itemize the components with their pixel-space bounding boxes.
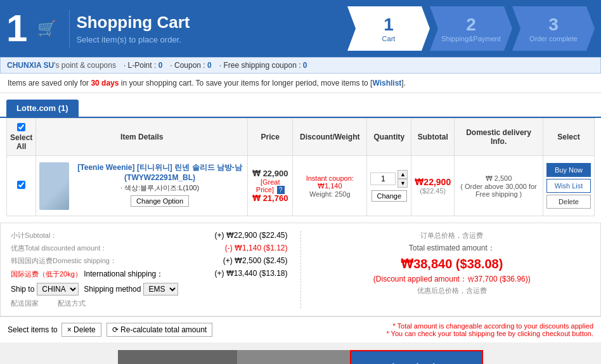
step-2-label: Shipping&Payment (441, 35, 501, 42)
step-2: 2 Shipping&Payment (430, 6, 512, 51)
member-checkout-button[interactable]: Member Checkout » (350, 350, 483, 364)
continue-shopping-button[interactable]: Continue Shopping (118, 350, 237, 364)
checkout-area: Member Checkout » 点击继续 (350, 350, 483, 364)
intl-value: (+) ₩13,440 ($13.18) (214, 269, 287, 280)
item-name: [Teenie Weenie] [티니위니] 린넨 솔리드 남방-남(TWYW2… (75, 162, 244, 182)
ship-method-label: Shipping method (84, 285, 141, 294)
price-discounted: ₩ 21,760 (251, 193, 289, 203)
quantity-up-arrow[interactable]: ▲ (397, 170, 408, 179)
col-price: Price (248, 119, 293, 156)
note-2: * You can check your total shipping fee … (386, 330, 593, 337)
action-bar: Continue Shopping Move to Wish List Memb… (0, 342, 601, 364)
item-price-cell: ₩ 22,900 [Great Price] ? ₩ 21,760 (248, 156, 293, 216)
select-action-cell: Buy Now Wish List Delete (543, 156, 594, 216)
free-shipping-coupon: · Free shipping coupon : 0 (219, 61, 307, 70)
ship-to-cn: 配送国家 (11, 299, 39, 308)
quantity-down-arrow[interactable]: ▼ (397, 179, 408, 188)
col-domestic: Domestic delivery Info. (455, 119, 543, 156)
discount-value: (-) ₩1,140 ($1.12) (225, 244, 288, 253)
delete-button[interactable]: Delete (546, 195, 591, 209)
item-checkbox[interactable] (17, 181, 25, 189)
summary-left: 小计Subtotal： (+) ₩22,900 ($22.45) 优惠Total… (11, 231, 301, 308)
change-option-button[interactable]: Change Option (131, 195, 189, 207)
col-select-action: Select (543, 119, 594, 156)
ship-labels-cn: 配送国家 配送方式 (11, 299, 288, 308)
quantity-control: ▲ ▼ (370, 170, 408, 188)
quantity-arrows: ▲ ▼ (397, 170, 408, 188)
ship-to-label: Ship to (11, 285, 34, 294)
quantity-cell: ▲ ▼ Change (367, 156, 411, 216)
item-image (39, 162, 69, 210)
item-option: · 색상:블루,사이즈:L(100) (75, 183, 244, 193)
subtotal-price: ₩22,900 (415, 177, 451, 187)
price-original: ₩ 22,900 (251, 169, 289, 178)
price-great-label: [Great Price] ? (251, 178, 289, 193)
buy-now-button[interactable]: Buy Now (546, 163, 591, 177)
cart-title-area: Shopping Cart Select item(s) to place or… (70, 13, 196, 44)
tab-lotte[interactable]: Lotte.com (1) (6, 100, 79, 117)
ship-method-select[interactable]: EMS (143, 283, 178, 296)
cart-step-number: 1 (6, 10, 34, 48)
subtotal-usd: ($22.45) (415, 187, 451, 195)
select-items-label: Select items to (8, 325, 58, 334)
col-item-details: Item Details (36, 119, 248, 156)
cart-table: Select All Item Details Price Discount/W… (6, 118, 595, 216)
domestic-note: ( Order above 30,000 for Free shipping ) (458, 183, 540, 198)
subtotal-value: (+) ₩22,900 ($22.45) (214, 231, 287, 240)
recalculate-button[interactable]: ⟳ Re-calculate total amount (107, 323, 212, 337)
intl-ship-row: 国际运费（低于20kg） International shipping： (+)… (11, 269, 288, 280)
steps-bar: 1 Cart 2 Shipping&Payment 3 Order comple… (347, 6, 595, 51)
domestic-value: (+) ₩2,500 ($2.45) (223, 256, 288, 266)
delete-selected-button[interactable]: × Delete (61, 323, 101, 337)
ship-to-select[interactable]: CHINA (37, 283, 79, 296)
col-discount: Discount/Weight (293, 119, 367, 156)
quantity-input[interactable] (370, 172, 396, 185)
col-quantity: Quantity (367, 119, 411, 156)
domestic-ship-row: 韩国国内运费Domestic shipping： (+) ₩2,500 ($2.… (11, 256, 288, 266)
domestic-cn: 韩国国内运费Domestic shipping： (11, 257, 117, 264)
step-1: 1 Cart (347, 6, 430, 51)
step-1-number: 1 (384, 15, 394, 35)
discount-cell: Instant coupon: ₩1,140 Weight: 250g (293, 156, 367, 216)
step-3-label: Order complete (529, 35, 578, 42)
coupon-point: · Coupon : 0 (170, 61, 211, 70)
col-subtotal: Subtotal (411, 119, 455, 156)
total-cn: 订单总价格，含运费 (314, 231, 591, 240)
step-1-label: Cart (382, 35, 396, 42)
total-value: ₩38,840 ($38.08) (314, 256, 591, 271)
cart-icon: 🛒 (37, 20, 56, 37)
summary-right: 订单总价格，含运费 Total estimated amount： ₩38,84… (301, 231, 591, 308)
subtotal-row: 小计Subtotal： (+) ₩22,900 ($22.45) (11, 231, 288, 240)
discount-row: 优惠Total discounted amount： (-) ₩1,140 ($… (11, 244, 288, 253)
domestic-cell: ₩ 2,500 ( Order above 30,000 for Free sh… (455, 156, 543, 216)
intl-cn: 国际运费（低于20kg） (11, 270, 82, 278)
discount-cn: 优惠Total discounted amount： (11, 244, 107, 252)
move-to-wishlist-button[interactable]: Move to Wish List (237, 350, 350, 364)
row-checkbox-cell (7, 156, 36, 216)
instant-coupon-info: Instant coupon: ₩1,140 (296, 174, 363, 190)
total-label: Total estimated amount： (314, 243, 591, 254)
cart-subtitle: Select item(s) to place order. (76, 35, 190, 44)
ship-method-cn: 配送方式 (58, 299, 86, 308)
step-3: 3 Order complete (512, 6, 595, 51)
select-all-checkbox[interactable] (17, 123, 25, 131)
item-details-cell: [Teenie Weenie] [티니위니] 린넨 솔리드 남방-남(TWYW2… (36, 156, 248, 216)
quantity-change-button[interactable]: Change (372, 190, 408, 202)
weight-info: Weight: 250g (296, 190, 363, 198)
page-header: 1 🛒 Shopping Cart Select item(s) to plac… (0, 0, 601, 57)
col-select: Select All (7, 119, 36, 156)
points-bar: CHUNXIA SU 's point & coupons · L-Point … (0, 57, 601, 74)
cart-icon-area: 1 🛒 (6, 10, 70, 48)
user-name: CHUNXIA SU (7, 61, 54, 70)
summary-inner: 小计Subtotal： (+) ₩22,900 ($22.45) 优惠Total… (0, 223, 601, 316)
subtotal-cn: 小计Subtotal： (11, 231, 57, 239)
summary-section: 小计Subtotal： (+) ₩22,900 ($22.45) 优惠Total… (0, 223, 601, 316)
step-2-number: 2 (466, 15, 476, 35)
points-suffix: 's point & coupons (54, 61, 116, 70)
wish-list-button[interactable]: Wish List (546, 179, 591, 193)
after-discount-cn: 优惠后总价格，含运费 (314, 286, 591, 296)
select-items-bar: Select items to × Delete ⟳ Re-calculate … (0, 316, 601, 342)
recalc-icon: ⟳ (112, 325, 120, 334)
select-all-label: Select All (10, 133, 32, 151)
discount-applied: (Discount applied amount：₩37,700 ($36.96… (314, 274, 591, 285)
